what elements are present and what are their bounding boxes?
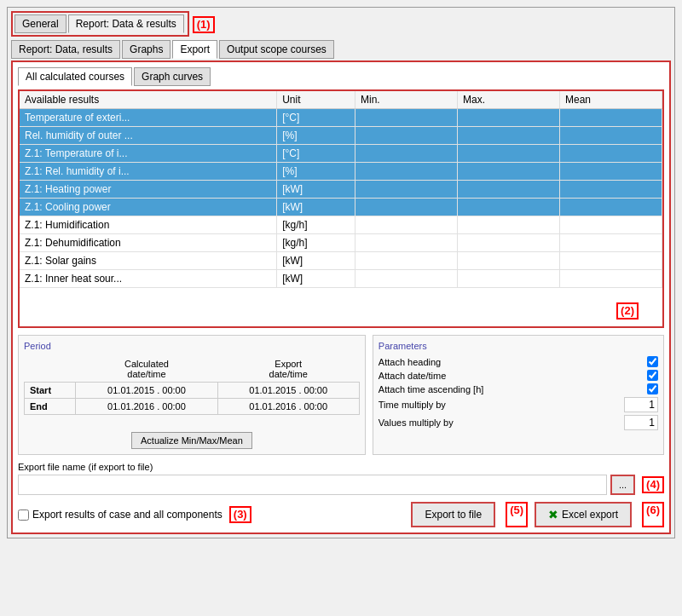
params-row: Attach date/time	[379, 370, 658, 381]
params-label: Attach time ascending [h]	[379, 384, 640, 394]
browse-button[interactable]: ...	[610, 475, 635, 495]
cell-min	[355, 270, 458, 288]
params-checkbox[interactable]	[647, 383, 658, 394]
col-header-max: Max.	[458, 91, 560, 109]
cell-unit: [kg/h]	[277, 234, 355, 252]
tab-graphs[interactable]: Graphs	[122, 40, 170, 59]
params-row: Values multiply by	[379, 415, 658, 430]
cell-mean	[560, 252, 662, 270]
cell-max	[458, 199, 560, 216]
tab-graph-curves[interactable]: Graph curves	[134, 67, 211, 86]
bottom-row: Export results of case and all component…	[18, 502, 664, 527]
period-start-export: 01.01.2015 . 00:00	[217, 383, 359, 399]
excel-icon: ✖	[548, 508, 558, 521]
cell-mean	[560, 234, 662, 252]
table-row[interactable]: Z.1: Cooling power[kW]	[20, 199, 662, 216]
params-text-input[interactable]	[624, 397, 658, 412]
cell-name: Z.1: Temperature of i...	[20, 145, 277, 163]
col-header-unit: Unit	[277, 91, 355, 109]
export-file-label: Export file name (if export to file)	[18, 462, 664, 472]
params-label: Values multiply by	[379, 417, 617, 428]
params-checkbox[interactable]	[647, 370, 658, 381]
table-row[interactable]: Z.1: Humidification[kg/h]	[20, 216, 662, 234]
excel-export-btn[interactable]: ✖ Excel export	[535, 502, 632, 527]
tab-export[interactable]: Export	[172, 40, 217, 59]
params-checkbox[interactable]	[647, 356, 658, 367]
period-end-calc: 01.01.2016 . 00:00	[76, 399, 217, 415]
cell-max	[458, 252, 560, 270]
export-file-section: Export file name (if export to file) ...…	[18, 462, 664, 495]
tab-all-calculated[interactable]: All calculated courses	[18, 67, 132, 86]
cell-max	[458, 181, 560, 199]
export-results-checkbox[interactable]	[18, 509, 29, 521]
tab-report-data-results[interactable]: Report: Data & results	[68, 14, 184, 33]
table-row[interactable]: Z.1: Temperature of i...[°C]	[20, 145, 662, 163]
params-row: Attach heading	[379, 356, 658, 367]
table-row[interactable]: Temperature of exteri...[°C]	[20, 109, 662, 127]
annotation-5: (5)	[506, 502, 528, 527]
inner-tab-row: All calculated courses Graph curves	[18, 67, 664, 86]
cell-max	[458, 109, 560, 127]
cell-min	[355, 199, 458, 216]
bottom-panels: Period Calculateddate/time Exportdate/ti…	[18, 335, 664, 455]
cell-unit: [%]	[277, 163, 355, 181]
cell-mean	[560, 270, 662, 288]
table-row[interactable]: Z.1: Dehumidification[kg/h]	[20, 234, 662, 252]
table-row[interactable]: Z.1: Solar gains[kW]	[20, 252, 662, 270]
period-title: Period	[24, 341, 360, 351]
cell-unit: [%]	[277, 127, 355, 145]
cell-name: Z.1: Dehumidification	[20, 234, 277, 252]
export-to-file-btn[interactable]: Export to file	[411, 502, 495, 527]
cell-min	[355, 181, 458, 199]
cell-unit: [kW]	[277, 252, 355, 270]
cell-min	[355, 163, 458, 181]
tab-general[interactable]: General	[14, 14, 66, 33]
results-table-container[interactable]: Available results Unit Min. Max. Mean Te…	[18, 89, 664, 328]
cell-name: Z.1: Heating power	[20, 181, 277, 199]
cell-min	[355, 252, 458, 270]
cell-name: Z.1: Inner heat sour...	[20, 270, 277, 288]
table-row[interactable]: Z.1: Inner heat sour...[kW]	[20, 270, 662, 288]
table-row[interactable]: Rel. humidity of outer ...[%]	[20, 127, 662, 145]
params-label: Time multiply by	[379, 400, 617, 410]
period-end-label: End	[25, 399, 76, 415]
tab-output-scope[interactable]: Output scope courses	[219, 40, 334, 59]
period-table: Calculateddate/time Exportdate/time Star…	[24, 356, 360, 415]
results-tbody: Temperature of exteri...[°C]Rel. humidit…	[20, 109, 662, 288]
cell-name: Temperature of exteri...	[20, 109, 277, 127]
table-row[interactable]: Z.1: Rel. humidity of i...[%]	[20, 163, 662, 181]
period-panel: Period Calculateddate/time Exportdate/ti…	[18, 335, 366, 455]
export-results-label: Export results of case and all component…	[32, 509, 223, 521]
cell-name: Rel. humidity of outer ...	[20, 127, 277, 145]
params-text-input[interactable]	[624, 415, 658, 430]
cell-mean	[560, 163, 662, 181]
cell-unit: [kW]	[277, 181, 355, 199]
col-export-datetime: Exportdate/time	[217, 356, 359, 383]
cell-mean	[560, 109, 662, 127]
col-header-min: Min.	[355, 91, 458, 109]
cell-max	[458, 127, 560, 145]
tab-row-1: General Report: Data & results (1)	[11, 11, 671, 38]
cell-min	[355, 234, 458, 252]
params-container: Attach headingAttach date/timeAttach tim…	[379, 356, 658, 430]
params-row: Attach time ascending [h]	[379, 383, 658, 394]
content-area: All calculated courses Graph curves Avai…	[11, 60, 671, 534]
export-file-input[interactable]	[18, 475, 607, 495]
results-table: Available results Unit Min. Max. Mean Te…	[20, 91, 662, 288]
params-label: Attach date/time	[379, 371, 640, 381]
export-to-file-label: Export to file	[425, 509, 482, 521]
tab-report-data-results2[interactable]: Report: Data, results	[11, 40, 120, 59]
cell-unit: [kW]	[277, 199, 355, 216]
tab-row-2: Report: Data, results Graphs Export Outp…	[11, 40, 671, 59]
cell-unit: [°C]	[277, 145, 355, 163]
col-header-name: Available results	[20, 91, 277, 109]
cell-min	[355, 109, 458, 127]
results-section: Available results Unit Min. Max. Mean Te…	[18, 89, 664, 328]
table-row[interactable]: Z.1: Heating power[kW]	[20, 181, 662, 199]
col-header-mean: Mean	[560, 91, 662, 109]
actualize-btn[interactable]: Actualize Min/Max/Mean	[131, 432, 252, 449]
cell-name: Z.1: Rel. humidity of i...	[20, 163, 277, 181]
cell-min	[355, 145, 458, 163]
params-row: Time multiply by	[379, 397, 658, 412]
cell-mean	[560, 181, 662, 199]
